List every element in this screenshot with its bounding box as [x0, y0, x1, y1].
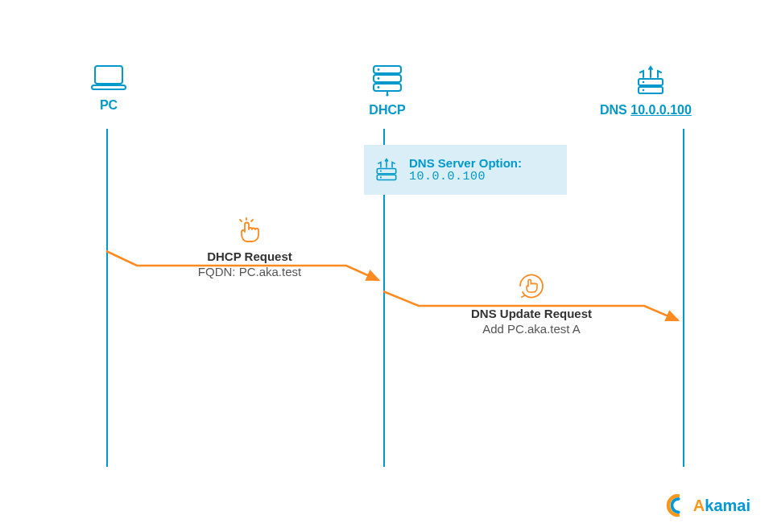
- node-dns-label-prefix: DNS: [600, 103, 630, 117]
- svg-rect-15: [377, 175, 395, 179]
- message-dhcp-request: DHCP Request FQDN: PC.aka.test: [145, 217, 354, 278]
- node-pc: PC: [72, 64, 145, 113]
- akamai-swoosh-icon: [666, 493, 690, 518]
- svg-rect-10: [639, 79, 663, 85]
- svg-point-6: [378, 77, 380, 80]
- dns-server-icon: [372, 156, 401, 184]
- svg-point-9: [386, 93, 388, 96]
- svg-point-7: [378, 86, 380, 89]
- node-pc-label: PC: [100, 98, 118, 112]
- svg-point-13: [643, 89, 645, 92]
- svg-rect-11: [639, 87, 663, 93]
- svg-rect-14: [377, 168, 395, 173]
- brand-rest: kamai: [705, 497, 750, 514]
- brand-first-letter: A: [693, 497, 705, 514]
- svg-point-17: [380, 176, 382, 178]
- svg-rect-0: [95, 66, 122, 84]
- node-dns: DNS 10.0.0.100: [600, 64, 761, 118]
- dns-option-box: DNS Server Option: 10.0.0.100: [364, 145, 567, 195]
- message-2-title: DNS Update Request: [427, 307, 636, 320]
- svg-point-5: [378, 68, 380, 71]
- message-2-sub: Add PC.aka.test A: [427, 322, 636, 336]
- message-dns-update: DNS Update Request Add PC.aka.test A: [427, 270, 636, 336]
- message-1-title: DHCP Request: [145, 250, 354, 263]
- message-1-sub: FQDN: PC.aka.test: [145, 265, 354, 278]
- svg-rect-1: [92, 85, 126, 89]
- node-dns-ip: 10.0.0.100: [630, 103, 692, 117]
- lifeline-dns: [683, 129, 684, 467]
- server-icon: [369, 64, 406, 97]
- lifeline-pc: [106, 129, 108, 467]
- svg-point-12: [643, 81, 645, 84]
- dns-option-ip: 10.0.0.100: [409, 170, 522, 184]
- svg-point-16: [380, 171, 382, 172]
- node-dhcp-label: DHCP: [369, 103, 405, 117]
- refresh-pointer-icon: [515, 270, 548, 302]
- node-dhcp: DHCP: [351, 64, 424, 118]
- pointer-hand-icon: [237, 217, 262, 245]
- brand-logo: Akamai: [666, 493, 750, 518]
- laptop-icon: [90, 64, 127, 92]
- dns-option-title: DNS Server Option:: [409, 156, 522, 170]
- dns-server-icon: [632, 64, 669, 97]
